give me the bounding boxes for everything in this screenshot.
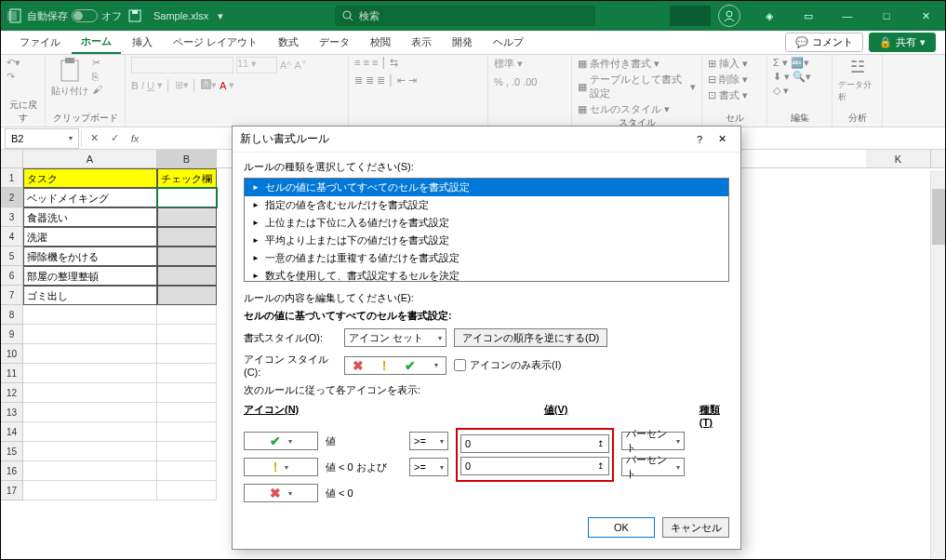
row-header[interactable]: 8 xyxy=(1,305,23,325)
comments-button[interactable]: 💬 コメント xyxy=(785,33,863,52)
col-header-K[interactable]: K xyxy=(866,150,931,168)
dialog-close-button[interactable]: ✕ xyxy=(711,133,733,145)
range-select-icon[interactable]: ↥ xyxy=(597,439,605,448)
row-header[interactable]: 3 xyxy=(1,207,23,227)
cancel-button[interactable]: キャンセル xyxy=(662,517,729,538)
row-header[interactable]: 1 xyxy=(1,168,23,188)
row-header[interactable]: 9 xyxy=(1,325,23,344)
row-header[interactable]: 6 xyxy=(1,266,23,286)
cell-B3[interactable] xyxy=(157,207,217,227)
col-header-B[interactable]: B xyxy=(157,150,217,168)
cell-A7[interactable]: ゴミ出し xyxy=(23,286,157,305)
row-header[interactable]: 16 xyxy=(1,461,23,481)
maximize-button[interactable]: □ xyxy=(867,1,906,31)
type-select-1[interactable]: パーセント▾ xyxy=(621,432,685,450)
ok-button[interactable]: OK xyxy=(588,517,655,538)
reverse-order-button[interactable]: アイコンの順序を逆にする(D) xyxy=(454,328,607,347)
rule-type-item[interactable]: ►指定の値を含むセルだけを書式設定 xyxy=(245,196,728,214)
rule-type-item[interactable]: ►上位または下位に入る値だけを書式設定 xyxy=(245,214,728,232)
cell-B4[interactable] xyxy=(157,227,217,247)
vertical-scrollbar[interactable] xyxy=(930,170,945,559)
icon-select-3[interactable]: ✖▾ xyxy=(244,484,318,502)
row-header[interactable]: 13 xyxy=(1,403,23,422)
save-icon[interactable] xyxy=(127,8,142,23)
row-header[interactable]: 12 xyxy=(1,383,23,403)
accept-formula-icon[interactable]: ✓ xyxy=(104,132,125,144)
tab-home[interactable]: ホーム xyxy=(72,31,121,54)
value-input-1[interactable]: 0↥ xyxy=(460,434,609,453)
show-each-label: 次のルールに従って各アイコンを表示: xyxy=(244,383,729,397)
col-header-A[interactable]: A xyxy=(23,150,157,168)
cell-B5[interactable] xyxy=(157,247,217,266)
tab-pagelayout[interactable]: ページ レイアウト xyxy=(164,32,267,53)
dialog-help-button[interactable]: ? xyxy=(688,134,711,145)
cell-B6[interactable] xyxy=(157,266,217,286)
rule-type-item[interactable]: ►セルの値に基づいてすべてのセルを書式設定 xyxy=(245,179,728,196)
rule-type-item[interactable]: ►数式を使用して、書式設定するセルを決定 xyxy=(245,267,728,282)
value-input-2[interactable]: 0↥ xyxy=(460,457,609,475)
row-header[interactable]: 4 xyxy=(1,227,23,247)
row-header[interactable]: 11 xyxy=(1,364,23,383)
tab-formulas[interactable]: 数式 xyxy=(269,32,308,53)
row-header[interactable]: 10 xyxy=(1,344,23,364)
select-all-corner[interactable] xyxy=(1,150,23,168)
svg-rect-0 xyxy=(7,11,17,20)
search-box[interactable]: 検索 xyxy=(335,6,595,26)
cell-A2[interactable]: ベッドメイキング xyxy=(23,188,157,207)
close-button[interactable]: ✕ xyxy=(906,1,945,31)
ribbon-display-icon[interactable]: ▭ xyxy=(789,1,828,31)
icon-only-checkbox[interactable]: アイコンのみ表示(I) xyxy=(454,358,561,372)
row-header[interactable]: 14 xyxy=(1,422,23,442)
row-header[interactable]: 2 xyxy=(1,188,23,207)
operator-select-2[interactable]: >=▾ xyxy=(409,458,448,476)
row-header[interactable]: 15 xyxy=(1,442,23,461)
tab-insert[interactable]: 挿入 xyxy=(123,32,162,53)
account-color[interactable] xyxy=(670,6,711,26)
rule-type-item[interactable]: ►一意の値または重複する値だけを書式設定 xyxy=(245,249,728,267)
tab-file[interactable]: ファイル xyxy=(10,32,70,53)
cancel-formula-icon[interactable]: ✕ xyxy=(84,132,104,144)
tab-data[interactable]: データ xyxy=(310,32,359,53)
cell-A5[interactable]: 掃除機をかける xyxy=(23,247,157,266)
cell-A3[interactable]: 食器洗い xyxy=(23,207,157,227)
cell-B7[interactable] xyxy=(157,286,217,305)
section-title: セルの値に基づいてすべてのセルを書式設定: xyxy=(244,309,729,323)
diamond-icon[interactable]: ◈ xyxy=(750,1,789,31)
icon-style-select[interactable]: ✖ ! ✔ ▾ xyxy=(344,356,446,375)
range-select-icon[interactable]: ↥ xyxy=(597,461,605,471)
search-icon xyxy=(342,10,353,21)
tab-review[interactable]: 校閲 xyxy=(361,32,400,53)
icon-select-1[interactable]: ✔▾ xyxy=(244,432,318,450)
autosave-toggle[interactable]: 自動保存 オフ xyxy=(27,9,122,23)
type-select-2[interactable]: パーセント▾ xyxy=(621,458,685,476)
autosave-label: 自動保存 xyxy=(27,9,68,23)
format-style-select[interactable]: アイコン セット▾ xyxy=(344,328,446,347)
row-header[interactable]: 7 xyxy=(1,286,23,305)
operator-select-1[interactable]: >=▾ xyxy=(409,432,448,450)
rule-type-item[interactable]: ►平均より上または下の値だけを書式設定 xyxy=(245,232,728,249)
minimize-button[interactable]: — xyxy=(828,1,867,31)
fx-icon[interactable]: fx xyxy=(125,133,145,144)
tab-help[interactable]: ヘルプ xyxy=(484,32,533,53)
rule-type-list[interactable]: ►セルの値に基づいてすべてのセルを書式設定 ►指定の値を含むセルだけを書式設定 … xyxy=(244,178,729,282)
icon-select-2[interactable]: !▾ xyxy=(244,458,318,476)
cell-B2[interactable] xyxy=(157,188,217,207)
account-avatar[interactable] xyxy=(718,5,740,27)
filename-menu[interactable]: ▾ xyxy=(218,10,223,22)
svg-point-6 xyxy=(726,11,732,17)
row-header[interactable]: 17 xyxy=(1,481,23,500)
name-box[interactable]: B2▾ xyxy=(5,128,79,149)
share-button[interactable]: 🔒 共有 ▾ xyxy=(869,33,936,52)
tab-developer[interactable]: 開発 xyxy=(443,32,482,53)
col-value-header: 値(V) xyxy=(544,403,644,428)
cell-B1[interactable]: チェック欄 xyxy=(157,168,217,188)
cell-A4[interactable]: 洗濯 xyxy=(23,227,157,247)
row-header[interactable]: 5 xyxy=(1,247,23,266)
cell-A6[interactable]: 部屋の整理整頓 xyxy=(23,266,157,286)
svg-rect-8 xyxy=(65,58,74,63)
cell-A1[interactable]: タスク xyxy=(23,168,157,188)
paste-icon[interactable] xyxy=(58,57,82,83)
tab-view[interactable]: 表示 xyxy=(402,32,441,53)
group-undo: 元に戻す xyxy=(7,99,39,127)
col-header-L[interactable]: L xyxy=(931,150,946,168)
